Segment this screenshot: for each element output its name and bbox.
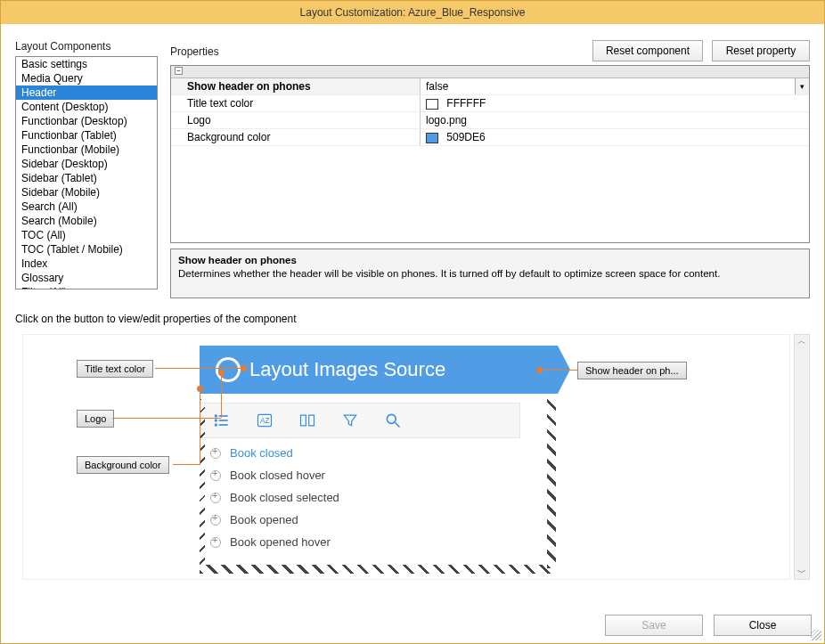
components-label: Layout Components — [15, 40, 158, 53]
component-item[interactable]: Header — [16, 86, 157, 100]
window: Layout Customization: Azure_Blue_Respons… — [0, 0, 825, 644]
callout-logo[interactable]: Logo — [77, 410, 114, 428]
preview-title: Layout Images Source — [249, 358, 445, 381]
component-item[interactable]: Media Query — [16, 71, 157, 86]
expand-icon[interactable] — [210, 537, 221, 548]
component-item[interactable]: Functionbar (Desktop) — [16, 114, 157, 128]
torn-edge — [200, 565, 554, 574]
component-item[interactable]: Basic settings — [16, 57, 157, 71]
filter-icon[interactable] — [341, 412, 359, 429]
toc-label: Book closed hover — [230, 469, 325, 482]
component-item[interactable]: Functionbar (Mobile) — [16, 143, 157, 157]
list-icon[interactable] — [213, 412, 231, 429]
reset-component-button[interactable]: Reset component — [592, 40, 703, 61]
svg-point-4 — [216, 420, 217, 421]
close-button[interactable]: Close — [714, 615, 812, 636]
resize-grip[interactable] — [811, 630, 821, 640]
properties-label: Properties — [170, 45, 219, 58]
component-item[interactable]: Search (Mobile) — [16, 214, 157, 228]
toc-row[interactable]: Book opened — [200, 509, 520, 531]
description-body: Determines whether the header will be vi… — [178, 268, 802, 279]
torn-edge — [547, 399, 556, 568]
component-item[interactable]: Glossary — [16, 271, 157, 285]
callout-show-header[interactable]: Show header on ph... — [577, 362, 687, 379]
prop-row-title-color[interactable]: Title text color FFFFFF — [171, 95, 809, 112]
callout-title-color[interactable]: Title text color — [77, 360, 153, 378]
expand-icon[interactable] — [210, 493, 221, 503]
expand-icon[interactable] — [210, 470, 221, 481]
preview-area: Layout Images Source AZ Book closedBook … — [15, 334, 810, 580]
property-grid[interactable]: − Show header on phones false ▾ Title te… — [170, 65, 810, 243]
toc-row[interactable]: Book closed hover — [200, 464, 520, 486]
component-item[interactable]: Sidebar (Tablet) — [16, 171, 157, 185]
expand-icon[interactable] — [210, 515, 221, 526]
color-swatch — [426, 133, 438, 143]
toc-label: Book closed — [230, 446, 293, 460]
toc-label: Book closed selected — [230, 491, 339, 504]
toc-label: Book opened — [230, 513, 298, 526]
save-button[interactable]: Save — [605, 615, 703, 636]
description-panel: Show header on phones Determines whether… — [170, 249, 810, 298]
toc-row[interactable]: Book closed selected — [200, 486, 520, 509]
scroll-down-icon[interactable]: ﹀ — [797, 567, 806, 579]
preview-toc[interactable]: Book closedBook closed hoverBook closed … — [200, 442, 520, 553]
expand-icon[interactable] — [210, 448, 221, 459]
svg-point-5 — [216, 424, 217, 426]
component-item[interactable]: Filter (All) — [16, 285, 157, 289]
collapse-icon[interactable]: − — [175, 67, 183, 75]
callout-bg-color[interactable]: Background color — [77, 456, 169, 474]
window-title: Layout Customization: Azure_Blue_Respons… — [1, 1, 824, 24]
footer: Save Close — [1, 607, 824, 643]
svg-point-8 — [387, 414, 396, 423]
preview-toolbar[interactable]: AZ — [200, 403, 520, 438]
svg-text:AZ: AZ — [260, 416, 270, 425]
scroll-up-icon[interactable]: ︿ — [797, 335, 806, 347]
component-item[interactable]: TOC (Tablet / Mobile) — [16, 242, 157, 257]
svg-point-3 — [216, 415, 217, 417]
description-title: Show header on phones — [178, 255, 802, 265]
toc-label: Book opened hover — [230, 535, 331, 549]
component-item[interactable]: Content (Desktop) — [16, 100, 157, 114]
component-item[interactable]: Search (All) — [16, 200, 157, 214]
toc-row[interactable]: Book closed — [200, 442, 520, 464]
preview-canvas[interactable]: Layout Images Source AZ Book closedBook … — [22, 334, 790, 580]
toc-row[interactable]: Book opened hover — [200, 531, 520, 553]
az-icon[interactable]: AZ — [256, 412, 274, 429]
search-icon[interactable] — [384, 412, 402, 429]
prop-row-logo[interactable]: Logo logo.png — [171, 112, 809, 129]
prop-row-bg-color[interactable]: Background color 509DE6 — [171, 129, 809, 146]
component-item[interactable]: Index — [16, 257, 157, 271]
book-icon[interactable] — [298, 412, 316, 429]
prop-row-show-header[interactable]: Show header on phones false ▾ — [171, 78, 809, 95]
content-area: Layout Components Basic settingsMedia Qu… — [1, 24, 824, 607]
preview-scrollbar[interactable]: ︿ ﹀ — [794, 334, 810, 580]
reset-property-button[interactable]: Reset property — [712, 40, 810, 61]
chevron-down-icon[interactable]: ▾ — [795, 78, 809, 94]
component-item[interactable]: Functionbar (Tablet) — [16, 128, 157, 143]
preview-header[interactable]: Layout Images Source — [200, 346, 558, 394]
component-item[interactable]: TOC (All) — [16, 228, 157, 242]
component-item[interactable]: Sidebar (Mobile) — [16, 185, 157, 200]
svg-line-9 — [396, 423, 400, 428]
component-item[interactable]: Sidebar (Desktop) — [16, 157, 157, 171]
hint-text: Click on the button to view/edit propert… — [15, 313, 810, 325]
components-listbox[interactable]: Basic settingsMedia QueryHeaderContent (… — [15, 56, 158, 289]
color-swatch — [426, 99, 438, 110]
